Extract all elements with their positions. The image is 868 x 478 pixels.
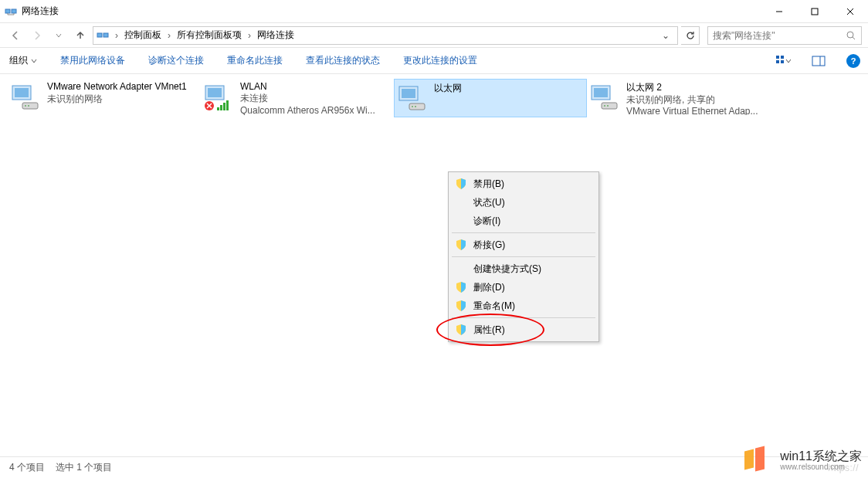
svg-rect-7 <box>103 33 108 37</box>
rename-button[interactable]: 重命名此连接 <box>225 51 284 70</box>
svg-rect-21 <box>223 103 225 110</box>
ctx-shortcut[interactable]: 创建快捷方式(S) <box>450 259 597 278</box>
adapter-icon <box>203 81 236 114</box>
adapter-icon <box>10 81 42 114</box>
adapter-device: VMware Virtual Ethernet Adap... <box>626 106 758 115</box>
view-status-button[interactable]: 查看此连接的状态 <box>304 51 381 70</box>
chevron-right-icon[interactable]: › <box>166 30 172 41</box>
adapter-item-ethernet2[interactable]: 以太网 2 未识别的网络, 共享的 VMware Virtual Etherne… <box>587 79 780 117</box>
maximize-button[interactable] <box>797 0 832 22</box>
adapter-item-vmnet1[interactable]: VMware Network Adapter VMnet1 未识别的网络 <box>8 79 201 117</box>
ctx-status[interactable]: 状态(U) <box>450 193 597 212</box>
app-icon <box>5 5 17 18</box>
ctx-label: 桥接(G) <box>473 239 505 252</box>
ctx-bridge[interactable]: 桥接(G) <box>450 236 597 254</box>
window-title: 网络连接 <box>22 5 761 18</box>
svg-rect-3 <box>812 8 818 15</box>
watermark: win11系统之家 www.relsound.com <box>744 447 862 473</box>
help-button[interactable]: ? <box>846 54 860 68</box>
adapter-name: 以太网 <box>434 82 462 95</box>
ctx-label: 属性(R) <box>473 324 505 337</box>
svg-point-27 <box>412 106 413 107</box>
ctx-label: 重命名(M) <box>473 300 515 313</box>
chevron-right-icon[interactable]: › <box>114 30 120 41</box>
svg-rect-22 <box>226 100 229 110</box>
search-icon[interactable] <box>846 30 856 41</box>
svg-point-8 <box>847 32 853 38</box>
refresh-button[interactable] <box>681 26 700 45</box>
command-bar: 组织 禁用此网络设备 诊断这个连接 重命名此连接 查看此连接的状态 更改此连接的… <box>0 48 868 74</box>
breadcrumb-seg-1[interactable]: 所有控制面板项 <box>174 27 245 43</box>
adapter-name: WLAN <box>240 81 375 91</box>
ctx-diagnose[interactable]: 诊断(I) <box>450 212 597 230</box>
ctx-disable[interactable]: 禁用(B) <box>450 175 597 193</box>
svg-rect-18 <box>208 88 222 97</box>
ctx-label: 状态(U) <box>473 196 505 209</box>
minimize-button[interactable] <box>761 0 797 22</box>
svg-point-28 <box>415 106 416 107</box>
breadcrumb-seg-0[interactable]: 控制面板 <box>121 27 164 43</box>
adapter-device: Qualcomm Atheros AR956x Wi... <box>240 105 375 115</box>
organize-menu[interactable]: 组织 <box>8 51 39 70</box>
svg-rect-30 <box>594 88 608 97</box>
item-count: 4 个项目 <box>9 461 45 474</box>
disable-device-button[interactable]: 禁用此网络设备 <box>59 51 127 70</box>
ctx-separator <box>452 256 595 257</box>
adapter-name: 以太网 2 <box>626 81 758 93</box>
diagnose-button[interactable]: 诊断这个连接 <box>147 51 205 70</box>
watermark-url: www.relsound.com <box>780 463 862 471</box>
ctx-separator <box>452 232 595 233</box>
watermark-logo-icon <box>744 447 774 473</box>
search-box[interactable] <box>707 26 862 45</box>
svg-point-16 <box>28 105 29 107</box>
change-settings-button[interactable]: 更改此连接的设置 <box>402 51 479 70</box>
svg-rect-20 <box>220 105 222 110</box>
breadcrumb-seg-2[interactable]: 网络连接 <box>254 27 297 43</box>
ctx-label: 删除(D) <box>473 281 505 294</box>
svg-rect-0 <box>5 9 10 13</box>
adapter-item-ethernet[interactable]: 以太网 <box>394 79 587 117</box>
view-options-button[interactable] <box>775 53 791 69</box>
adapter-icon <box>397 82 429 114</box>
ctx-delete[interactable]: 删除(D) <box>450 278 597 297</box>
context-menu: 禁用(B) 状态(U) 诊断(I) 桥接(G) 创建快捷方式(S) 删除(D) … <box>448 171 599 342</box>
adapter-status: 未连接 <box>240 92 375 104</box>
preview-pane-button[interactable] <box>811 53 826 69</box>
adapter-icon <box>589 81 622 114</box>
window-titlebar: 网络连接 <box>0 0 868 23</box>
ctx-separator <box>452 317 595 318</box>
selection-count: 选中 1 个项目 <box>56 461 112 474</box>
ctx-label: 禁用(B) <box>473 178 504 191</box>
shield-icon <box>455 300 467 312</box>
shield-icon <box>455 281 467 293</box>
content-area: VMware Network Adapter VMnet1 未识别的网络 WLA… <box>0 74 868 453</box>
address-dropdown-button[interactable]: ⌄ <box>657 30 674 41</box>
shield-icon <box>455 239 467 251</box>
svg-rect-13 <box>15 88 29 97</box>
address-bar: › 控制面板 › 所有控制面板项 › 网络连接 ⌄ <box>0 23 868 48</box>
search-input[interactable] <box>713 30 846 41</box>
ctx-label: 诊断(I) <box>473 215 500 228</box>
back-button[interactable] <box>6 26 25 45</box>
adapter-status: 未识别的网络 <box>47 93 187 106</box>
recent-dropdown[interactable] <box>49 26 68 45</box>
chevron-right-icon[interactable]: › <box>246 30 253 41</box>
svg-rect-1 <box>12 9 16 13</box>
shield-icon <box>455 178 467 190</box>
watermark-title: win11系统之家 <box>780 449 862 463</box>
adapter-list: VMware Network Adapter VMnet1 未识别的网络 WLA… <box>8 79 860 117</box>
breadcrumb-bar[interactable]: › 控制面板 › 所有控制面板项 › 网络连接 ⌄ <box>93 26 678 45</box>
adapter-status: 未识别的网络, 共享的 <box>626 93 758 105</box>
status-bar: 4 个项目 选中 1 个项目 https:// <box>0 456 868 478</box>
organize-label: 组织 <box>9 54 28 67</box>
shield-icon <box>455 324 467 336</box>
svg-rect-19 <box>217 107 219 110</box>
ctx-properties[interactable]: 属性(R) <box>450 320 597 339</box>
forward-button[interactable] <box>28 26 46 45</box>
adapter-name: VMware Network Adapter VMnet1 <box>47 81 187 92</box>
close-button[interactable] <box>832 0 868 22</box>
up-button[interactable] <box>71 26 90 45</box>
ctx-rename[interactable]: 重命名(M) <box>450 297 597 315</box>
adapter-item-wlan[interactable]: WLAN 未连接 Qualcomm Atheros AR956x Wi... <box>201 79 394 117</box>
svg-point-33 <box>607 105 609 107</box>
